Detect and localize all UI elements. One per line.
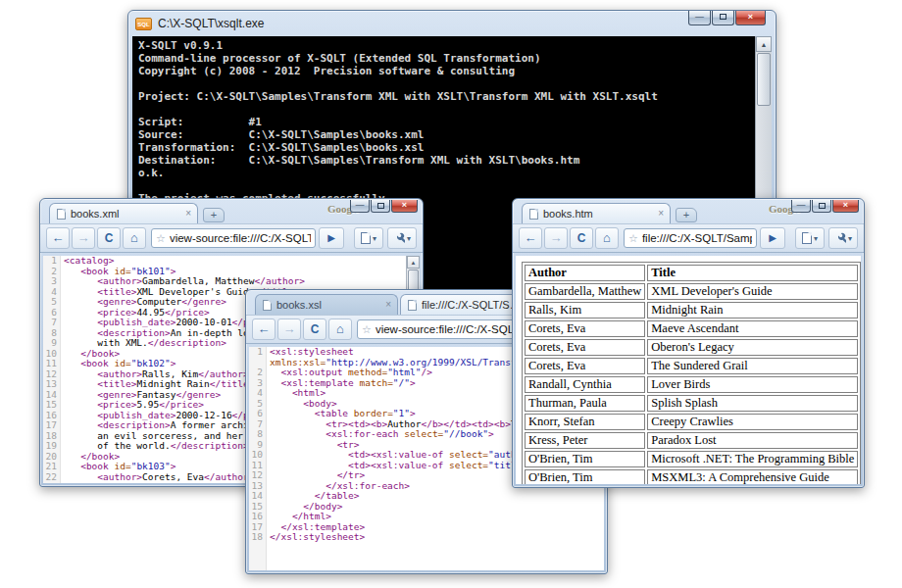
back-icon: ← (525, 230, 537, 245)
table-cell: MSXML3: A Comprehensive Guide (647, 469, 858, 484)
line-number: 21 (43, 462, 60, 472)
page-menu-button[interactable]: ▾ (354, 227, 383, 249)
back-icon: ← (52, 230, 65, 245)
document-icon (408, 300, 417, 311)
table-row: Kress, PeterParadox Lost (525, 432, 858, 449)
home-button[interactable]: ⌂ (595, 227, 619, 249)
back-button[interactable]: ← (46, 227, 70, 249)
tab-close-icon[interactable]: × (658, 209, 664, 219)
close-button[interactable]: × (735, 11, 766, 25)
console-window-title: C:\X-SQLT\xsqlt.exe (158, 17, 264, 30)
console-output-text: X-SQLT v0.9.1 Command-line processor of … (138, 39, 748, 205)
tab-label: books.xml (71, 208, 178, 220)
tab-close-icon[interactable]: × (185, 209, 191, 219)
address-bar[interactable]: ☆ view-source:file:///C:/X-SQLT/Samples/… (151, 228, 316, 248)
table-cell: Gambardella, Matthew (525, 283, 645, 300)
forward-button[interactable]: → (277, 318, 301, 340)
forward-button[interactable]: → (544, 227, 568, 249)
line-number: 16 (249, 512, 266, 522)
minimize-button[interactable]: — (688, 11, 711, 25)
tools-menu-button[interactable]: ▾ (828, 227, 858, 249)
new-tab-button[interactable]: + (203, 208, 225, 222)
reload-button[interactable]: C (97, 227, 121, 249)
forward-icon: → (550, 230, 563, 245)
column-header: Title (647, 265, 858, 281)
chevron-down-icon: ▾ (407, 234, 411, 243)
home-button[interactable]: ⌂ (123, 227, 146, 249)
table-cell: The Sundered Grail (647, 358, 858, 374)
home-button[interactable]: ⌂ (328, 318, 352, 340)
code-line: 18</xsl:stylesheet> (249, 532, 604, 543)
table-row: Thurman, PaulaSplish Splash (525, 395, 858, 412)
tab-label: books.htm (543, 208, 651, 220)
table-cell: Midnight Rain (647, 302, 858, 318)
line-number: 14 (249, 491, 266, 502)
scroll-up-icon[interactable]: ▲ (756, 36, 772, 52)
chevron-down-icon: ▾ (848, 234, 852, 243)
reload-button[interactable]: C (303, 318, 326, 340)
books-result-table: AuthorTitleGambardella, MatthewXML Devel… (522, 262, 861, 484)
maximize-button[interactable] (712, 11, 734, 25)
tab-label: file:///C:/X-SQLT/Sample... (422, 299, 524, 311)
table-cell: Oberon's Legacy (647, 339, 858, 356)
line-number: 4 (249, 388, 266, 399)
table-cell: Microsoft .NET: The Programming Bible (647, 451, 858, 467)
line-number: 2 (249, 368, 266, 378)
bookmark-star-icon[interactable]: ☆ (362, 323, 372, 336)
table-row: Ralls, KimMidnight Rain (525, 302, 858, 318)
scroll-up-icon[interactable]: ▲ (407, 256, 420, 269)
page-menu-button[interactable]: ▾ (795, 227, 825, 249)
home-icon: ⌂ (603, 230, 611, 245)
console-title-bar[interactable]: SQL C:\X-SQLT\xsqlt.exe (128, 11, 776, 36)
tab-books-xml[interactable]: books.xml × (49, 203, 198, 223)
wrench-icon (834, 232, 846, 244)
reload-button[interactable]: C (570, 227, 593, 249)
line-number: 7 (43, 318, 60, 328)
back-button[interactable]: ← (252, 318, 276, 340)
forward-icon: → (283, 321, 296, 336)
line-number: 3 (43, 276, 60, 287)
home-icon: ⌂ (130, 230, 138, 245)
table-cell: Knorr, Stefan (525, 414, 645, 430)
table-cell: Creepy Crawlies (647, 414, 858, 430)
chevron-down-icon: ▾ (373, 234, 376, 243)
tab-books-htm[interactable]: books.htm × (522, 203, 671, 223)
table-row: Gambardella, MatthewXML Developer's Guid… (525, 283, 858, 300)
tab-strip: books.htm × + (513, 199, 864, 223)
address-url: view-source:file:///C:/X-SQLT/Samples/bo… (170, 232, 311, 244)
table-row: O'Brien, TimMSXML3: A Comprehensive Guid… (525, 469, 858, 484)
table-row: Corets, EvaOberon's Legacy (525, 339, 858, 356)
table-cell: Splish Splash (647, 395, 858, 412)
go-button[interactable]: ▶ (760, 227, 785, 249)
forward-icon: → (77, 230, 90, 245)
tab-close-icon[interactable]: × (385, 300, 391, 310)
back-button[interactable]: ← (519, 227, 542, 249)
tools-menu-button[interactable]: ▾ (387, 227, 417, 249)
address-bar[interactable]: ☆ file:///C:/X-SQLT/Samples/Transform (624, 228, 757, 248)
document-icon (529, 209, 538, 220)
new-tab-button[interactable]: + (676, 208, 697, 222)
home-icon: ⌂ (336, 321, 344, 336)
table-cell: Maeve Ascendant (647, 320, 858, 337)
tab-books-xsl[interactable]: books.xsl × (255, 294, 398, 315)
table-row: Knorr, StefanCreepy Crawlies (525, 414, 858, 430)
sql-app-icon: SQL (135, 18, 152, 30)
line-number: 15 (43, 400, 60, 411)
forward-button[interactable]: → (72, 227, 95, 249)
line-number: 8 (249, 429, 266, 440)
bookmark-star-icon[interactable]: ☆ (628, 232, 638, 245)
document-icon (57, 209, 66, 220)
console-scrollbar-thumb[interactable] (757, 53, 771, 106)
bookmark-star-icon[interactable]: ☆ (156, 232, 166, 245)
table-cell: Corets, Eva (525, 339, 645, 356)
table-row: Randall, CynthiaLover Birds (525, 376, 858, 393)
line-number: 1 (249, 347, 266, 358)
line-number: 11 (43, 359, 60, 369)
code-text: </xsl:stylesheet> (266, 532, 365, 543)
table-row: Corets, EvaThe Sundered Grail (525, 358, 858, 374)
go-button[interactable]: ▶ (319, 227, 344, 249)
table-row: O'Brien, TimMicrosoft .NET: The Programm… (525, 451, 858, 467)
tab-strip: books.xml × + (40, 199, 423, 223)
line-number: 5 (43, 297, 60, 308)
reload-icon: C (105, 231, 114, 245)
